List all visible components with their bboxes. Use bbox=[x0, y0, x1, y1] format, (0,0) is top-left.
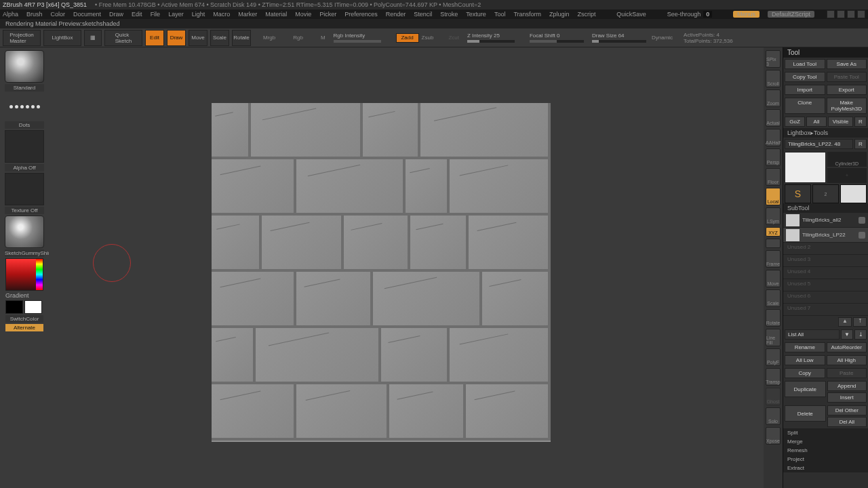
zsub-button[interactable]: Zsub bbox=[422, 35, 434, 41]
move-mode-button[interactable]: Move bbox=[189, 30, 208, 46]
spix-button[interactable]: SPix 3 bbox=[766, 50, 781, 68]
move-bottom-button[interactable]: ⤓ bbox=[854, 329, 867, 340]
lightbox-button[interactable]: LightBox bbox=[43, 30, 81, 46]
make-polymesh-button[interactable]: Make PolyMesh3D bbox=[827, 98, 867, 114]
rename-button[interactable]: Rename bbox=[785, 342, 825, 352]
window-close-icon[interactable] bbox=[857, 10, 865, 18]
menu-texture[interactable]: Texture bbox=[466, 11, 486, 18]
goz-all-button[interactable]: All bbox=[806, 117, 827, 127]
quicksketch-toggle[interactable]: ▦ bbox=[84, 30, 102, 46]
save-as-button[interactable]: Save As bbox=[827, 59, 867, 69]
menu-edit[interactable]: Edit bbox=[132, 11, 142, 18]
menu-brush[interactable]: Brush bbox=[26, 11, 43, 18]
goz-r-button[interactable]: R bbox=[854, 117, 867, 127]
subtool-paste-button[interactable]: Paste bbox=[827, 368, 867, 378]
menu-marker[interactable]: Marker bbox=[238, 11, 257, 18]
all-high-button[interactable]: All High bbox=[827, 355, 867, 365]
clone-button[interactable]: Clone bbox=[785, 98, 825, 114]
menu-zplugin[interactable]: Zplugin bbox=[549, 11, 570, 18]
menu-zscript[interactable]: Zscript bbox=[578, 11, 596, 18]
ghost-button[interactable]: Ghost bbox=[766, 388, 781, 405]
xyz-button[interactable]: XYZ bbox=[766, 227, 781, 237]
focal-shift-slider[interactable]: Focal Shift 0 bbox=[530, 33, 584, 39]
gradient-toggle[interactable]: Gradient bbox=[5, 292, 43, 299]
floor-button[interactable]: Floor bbox=[766, 168, 781, 186]
menu-stroke[interactable]: Stroke bbox=[440, 11, 458, 18]
simple-brush-thumb[interactable]: S bbox=[785, 184, 811, 203]
menu-picker[interactable]: Picker bbox=[319, 11, 336, 18]
menu-color[interactable]: Color bbox=[51, 11, 66, 18]
list-all-button[interactable]: List All bbox=[785, 329, 840, 340]
menu-stencil[interactable]: Stencil bbox=[414, 11, 432, 18]
del-all-button[interactable]: Del All bbox=[827, 417, 867, 427]
window-max-icon[interactable] bbox=[837, 10, 845, 18]
zoom-button[interactable]: Zoom bbox=[766, 89, 781, 107]
rotate-mode-button[interactable]: Rotate bbox=[232, 30, 251, 46]
move-down-button[interactable]: ▼ bbox=[841, 329, 853, 340]
all-low-button[interactable]: All Low bbox=[785, 355, 825, 365]
load-tool-button[interactable]: Load Tool bbox=[785, 59, 825, 69]
actual-button[interactable]: Actual bbox=[766, 109, 781, 127]
rgb-button[interactable]: Rgb bbox=[293, 35, 303, 41]
m-button[interactable]: M bbox=[321, 35, 326, 41]
local-button[interactable]: Local bbox=[766, 188, 781, 205]
rotate-tool-button[interactable]: Rotate bbox=[766, 309, 781, 327]
remesh-section[interactable]: Remesh bbox=[783, 446, 868, 455]
menu-layer[interactable]: Layer bbox=[168, 11, 184, 18]
eye-icon[interactable] bbox=[859, 232, 865, 239]
scroll-button[interactable]: Scroll bbox=[766, 70, 781, 87]
polyf-button[interactable]: PolyF bbox=[766, 348, 781, 366]
quicksave-button[interactable]: QuickSave bbox=[616, 11, 646, 18]
menu-alpha[interactable]: Alpha bbox=[3, 11, 18, 18]
switch-color-button[interactable]: SwitchColor bbox=[5, 315, 43, 323]
scale-tool-button[interactable]: Scale bbox=[766, 289, 781, 307]
menu-render[interactable]: Render bbox=[386, 11, 406, 18]
scale-mode-button[interactable]: Scale bbox=[210, 30, 229, 46]
subtool-header[interactable]: SubTool bbox=[783, 203, 868, 213]
tool-thumb-polymesh[interactable]: ✦ bbox=[827, 168, 867, 183]
tool-thumb-main[interactable] bbox=[785, 152, 826, 183]
alternate-button[interactable]: Alternate bbox=[5, 324, 43, 331]
goz-visible-button[interactable]: Visible bbox=[828, 117, 853, 127]
menus-toggle[interactable]: Menus bbox=[733, 11, 760, 18]
xpose-button[interactable]: Xpose bbox=[766, 427, 781, 445]
frame-button[interactable]: Frame bbox=[766, 250, 781, 268]
delete-button[interactable]: Delete bbox=[785, 405, 826, 422]
color-picker[interactable] bbox=[5, 258, 43, 291]
goz-button[interactable]: GoZ bbox=[785, 117, 805, 127]
mrgb-button[interactable]: Mrgb bbox=[263, 35, 275, 41]
texture-thumbnail[interactable] bbox=[5, 173, 44, 205]
menu-material[interactable]: Material bbox=[265, 11, 287, 18]
solo-button[interactable]: Solo bbox=[766, 407, 781, 425]
project-section[interactable]: Project bbox=[783, 455, 868, 464]
copy-tool-button[interactable]: Copy Tool bbox=[785, 72, 825, 82]
projection-master-button[interactable]: Projection Master bbox=[3, 30, 41, 46]
aahalf-button[interactable]: AAHalf bbox=[766, 129, 781, 146]
del-other-button[interactable]: Del Other bbox=[827, 405, 867, 415]
draw-size-slider[interactable]: Draw Size 64 bbox=[592, 33, 646, 39]
window-min-icon[interactable] bbox=[827, 10, 835, 18]
autoreorder-button[interactable]: AutoReorder bbox=[827, 342, 867, 352]
move-up-button[interactable]: ▲ bbox=[838, 317, 852, 327]
duplicate-button[interactable]: Duplicate bbox=[785, 381, 826, 397]
eye-icon[interactable] bbox=[859, 217, 865, 224]
window-restore-icon[interactable] bbox=[847, 10, 855, 18]
move-tool-button[interactable]: Move bbox=[766, 270, 781, 287]
draw-mode-button[interactable]: Draw bbox=[167, 30, 186, 46]
menu-file[interactable]: File bbox=[151, 11, 161, 18]
menu-draw[interactable]: Draw bbox=[109, 11, 123, 18]
import-button[interactable]: Import bbox=[785, 85, 825, 95]
merge-section[interactable]: Merge bbox=[783, 437, 868, 446]
primary-color-swatch[interactable] bbox=[24, 300, 42, 314]
alpha-thumbnail[interactable] bbox=[5, 130, 44, 163]
material-thumbnail[interactable] bbox=[5, 216, 44, 248]
tool-r-button[interactable]: R bbox=[854, 139, 867, 149]
lsym-button[interactable]: LSym bbox=[766, 207, 781, 225]
append-button[interactable]: Append bbox=[827, 381, 867, 391]
menu-document[interactable]: Document bbox=[73, 11, 101, 18]
menu-transform[interactable]: Transform bbox=[513, 11, 541, 18]
split-section[interactable]: Split bbox=[783, 428, 868, 437]
subtool-item[interactable]: TilingBricks_all2 bbox=[783, 213, 868, 228]
paste-tool-button[interactable]: Paste Tool bbox=[827, 72, 867, 82]
extract-section[interactable]: Extract bbox=[783, 464, 868, 472]
